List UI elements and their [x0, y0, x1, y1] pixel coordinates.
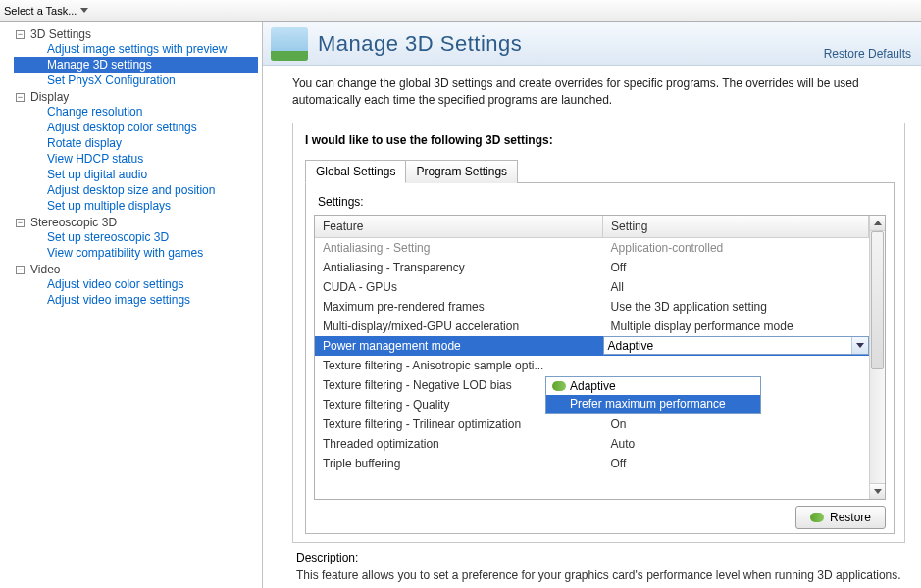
- group-title: I would like to use the following 3D set…: [305, 133, 895, 147]
- scroll-thumb[interactable]: [871, 231, 884, 370]
- scroll-up-button[interactable]: [870, 216, 885, 231]
- tab-global-settings[interactable]: Global Settings: [305, 160, 406, 183]
- table-row[interactable]: Threaded optimization Auto: [315, 434, 869, 454]
- nvidia-icon: [552, 381, 566, 391]
- page-header: Manage 3D Settings Restore Defaults: [263, 22, 921, 66]
- sidebar-item-video-image[interactable]: Adjust video image settings: [14, 292, 258, 308]
- sidebar-item-stereo-compat[interactable]: View compatibility with games: [14, 245, 258, 261]
- table-row[interactable]: Maximum pre-rendered frames Use the 3D a…: [315, 297, 869, 317]
- scroll-down-button[interactable]: [870, 483, 885, 499]
- sidebar-item-digital-audio[interactable]: Set up digital audio: [14, 167, 258, 182]
- sidebar-tree: − 3D Settings Adjust image settings with…: [0, 22, 263, 588]
- table-row[interactable]: Antialiasing - Setting Application-contr…: [315, 237, 869, 258]
- settings-table-container: Feature Setting Antialiasing - Setting A…: [314, 215, 886, 500]
- chevron-down-icon: [80, 8, 88, 13]
- nvidia-icon: [810, 513, 824, 522]
- sidebar-item-hdcp-status[interactable]: View HDCP status: [14, 151, 258, 167]
- scroll-track[interactable]: [870, 231, 885, 483]
- tab-program-settings[interactable]: Program Settings: [406, 160, 518, 183]
- sidebar-item-adjust-desktop-color[interactable]: Adjust desktop color settings: [14, 120, 258, 135]
- sidebar-item-multiple-displays[interactable]: Set up multiple displays: [14, 198, 258, 214]
- dropdown-button[interactable]: [851, 337, 868, 354]
- table-row[interactable]: Triple buffering Off: [315, 454, 869, 473]
- sidebar-item-setup-stereo-3d[interactable]: Set up stereoscopic 3D: [14, 229, 258, 245]
- sidebar-item-desktop-size-position[interactable]: Adjust desktop size and position: [14, 182, 258, 198]
- sidebar-item-change-resolution[interactable]: Change resolution: [14, 104, 258, 120]
- expander-icon[interactable]: −: [16, 93, 25, 102]
- setting-dropdown[interactable]: Adaptive: [603, 336, 869, 355]
- vertical-scrollbar[interactable]: [869, 216, 885, 499]
- expander-icon[interactable]: −: [16, 30, 25, 39]
- tree-group-video[interactable]: − Video: [14, 263, 258, 276]
- col-setting[interactable]: Setting: [603, 216, 869, 238]
- sidebar-item-rotate-display[interactable]: Rotate display: [14, 135, 258, 151]
- restore-defaults-link[interactable]: Restore Defaults: [824, 47, 911, 61]
- tree-group-display[interactable]: − Display: [14, 90, 258, 104]
- sidebar-item-manage-3d-settings[interactable]: Manage 3D settings: [14, 57, 258, 73]
- tree-group-stereoscopic[interactable]: − Stereoscopic 3D: [14, 216, 258, 229]
- sidebar-item-physx[interactable]: Set PhysX Configuration: [14, 73, 258, 88]
- table-row[interactable]: Antialiasing - Transparency Off: [315, 258, 869, 277]
- task-selector-bar[interactable]: Select a Task...: [0, 0, 921, 22]
- chevron-down-icon: [856, 343, 864, 348]
- settings-label: Settings:: [318, 195, 886, 209]
- settings-table: Feature Setting Antialiasing - Setting A…: [315, 216, 869, 473]
- settings-group-box: I would like to use the following 3D set…: [292, 122, 905, 543]
- dropdown-list: Adaptive Prefer maximum performance: [545, 376, 761, 414]
- dropdown-option-prefer-max-perf[interactable]: Prefer maximum performance: [546, 395, 760, 413]
- table-row[interactable]: Texture filtering - Trilinear optimizati…: [315, 415, 869, 434]
- sidebar-item-adjust-image-settings[interactable]: Adjust image settings with preview: [14, 41, 258, 57]
- description-block: Description: This feature allows you to …: [292, 543, 905, 582]
- tab-body: Settings: Feature Setting: [305, 182, 895, 534]
- description-text: This feature allows you to set a prefere…: [296, 568, 905, 582]
- table-row[interactable]: CUDA - GPUs All: [315, 277, 869, 297]
- content-area: − 3D Settings Adjust image settings with…: [0, 22, 921, 588]
- table-row[interactable]: Texture filtering - Anisotropic sample o…: [315, 356, 869, 375]
- col-feature[interactable]: Feature: [315, 216, 603, 238]
- tree-group-3d-settings[interactable]: − 3D Settings: [14, 27, 258, 41]
- page-title: Manage 3D Settings: [318, 31, 522, 57]
- task-selector-label: Select a Task...: [4, 5, 77, 17]
- arrow-up-icon: [874, 220, 882, 225]
- main-panel: Manage 3D Settings Restore Defaults You …: [263, 22, 921, 588]
- description-title: Description:: [296, 551, 905, 564]
- table-row[interactable]: Multi-display/mixed-GPU acceleration Mul…: [315, 317, 869, 336]
- header-icon: [271, 27, 308, 61]
- expander-icon[interactable]: −: [16, 266, 25, 274]
- expander-icon[interactable]: −: [16, 219, 25, 227]
- intro-text: You can change the global 3D settings an…: [292, 75, 905, 109]
- table-row-selected[interactable]: Power management mode Adaptive: [315, 336, 869, 356]
- dropdown-option-adaptive[interactable]: Adaptive: [546, 377, 760, 395]
- sidebar-item-video-color[interactable]: Adjust video color settings: [14, 276, 258, 292]
- restore-button[interactable]: Restore: [795, 506, 886, 529]
- tabs-row: Global Settings Program Settings: [305, 159, 895, 182]
- arrow-down-icon: [874, 489, 882, 494]
